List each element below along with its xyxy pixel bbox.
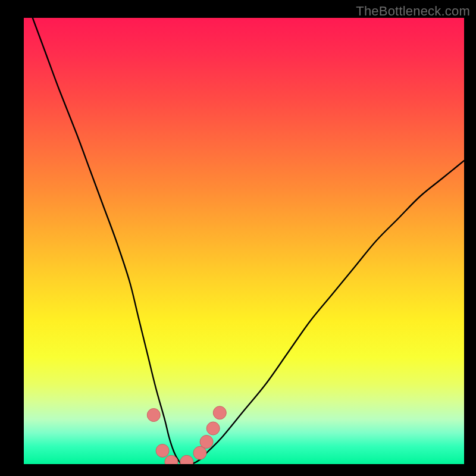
plot-area: [24, 18, 464, 464]
curve-marker: [206, 422, 220, 435]
curve-svg: [24, 18, 464, 464]
curve-marker: [200, 436, 213, 449]
watermark-text: TheBottleneck.com: [356, 4, 470, 19]
curve-marker: [156, 444, 169, 458]
chart-frame: TheBottleneck.com: [0, 0, 476, 476]
bottleneck-curve: [33, 18, 464, 464]
curve-marker: [193, 446, 206, 459]
curve-marker: [213, 406, 226, 419]
curve-marker: [180, 455, 193, 464]
curve-markers: [147, 406, 226, 464]
curve-marker: [147, 409, 160, 422]
